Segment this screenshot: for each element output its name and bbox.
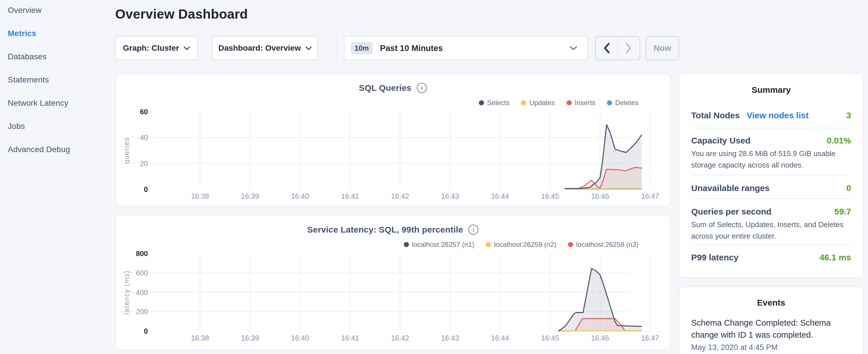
summary-row-value: 46.1 ms — [819, 253, 851, 262]
legend-dot-icon — [521, 100, 526, 105]
summary-row: P99 latency46.1 ms — [691, 245, 851, 268]
legend-label: localhost:26258 (n3) — [576, 240, 639, 249]
sidebar-item-jobs[interactable]: Jobs — [8, 121, 115, 131]
chevron-down-icon — [306, 46, 312, 50]
svg-text:16:42: 16:42 — [391, 192, 409, 200]
info-icon[interactable]: i — [468, 225, 478, 235]
legend-dot-icon — [568, 242, 573, 247]
events-panel: Events Schema Change Completed: Schema c… — [679, 286, 863, 354]
sidebar-item-statements[interactable]: Statements — [8, 75, 115, 85]
summary-row-value: 3 — [846, 110, 851, 120]
chart-card-service-latency: Service Latency: SQL, 99th percentile i … — [115, 215, 671, 350]
time-range-dropdown[interactable]: 10m Past 10 Minutes — [344, 36, 588, 60]
svg-text:16:39: 16:39 — [241, 334, 259, 342]
legend-item-deletes[interactable]: Deletes — [607, 99, 639, 107]
legend-item-selects[interactable]: Selects — [479, 99, 510, 107]
main-content: Overview Dashboard Graph: Cluster Dashbo… — [115, 0, 671, 354]
summary-row: Total NodesView nodes list3 — [691, 110, 851, 128]
legend-item-updates[interactable]: Updates — [521, 99, 555, 107]
svg-text:16:40: 16:40 — [291, 334, 309, 342]
chart-title: Service Latency: SQL, 99th percentile — [307, 225, 463, 234]
sidebar-item-databases[interactable]: Databases — [8, 52, 115, 62]
summary-row-label: P99 latency — [691, 253, 739, 262]
svg-text:800: 800 — [136, 251, 148, 257]
controls-divider — [336, 37, 336, 60]
legend-label: Inserts — [575, 99, 595, 107]
svg-text:0: 0 — [144, 185, 148, 193]
svg-text:16:40: 16:40 — [291, 192, 309, 200]
chart-legend: localhost:26257 (n1)localhost:26259 (n2)… — [404, 240, 639, 249]
page-title: Overview Dashboard — [115, 6, 248, 22]
chart-header: SQL Queries i — [116, 83, 670, 93]
chart-plot-svg[interactable]: 16:3816:3916:4016:4116:4216:4316:4416:45… — [116, 251, 670, 350]
summary-row-label: Capacity Used — [691, 136, 750, 146]
svg-text:16:43: 16:43 — [441, 192, 459, 200]
summary-row-description: Sum of Selects, Updates, Inserts, and De… — [691, 219, 851, 242]
svg-text:16:41: 16:41 — [341, 192, 359, 200]
graph-dropdown-label: Graph: Cluster — [123, 43, 179, 53]
events-list: Schema Change Completed: Schema change w… — [680, 317, 863, 352]
svg-text:16:46: 16:46 — [591, 192, 609, 200]
svg-text:queries: queries — [123, 137, 130, 164]
legend-label: Updates — [529, 99, 555, 107]
time-range-badge: 10m — [351, 42, 373, 55]
chart-legend: SelectsUpdatesInsertsDeletes — [479, 99, 639, 107]
chevron-down-icon — [570, 46, 577, 51]
legend-dot-icon — [607, 100, 612, 105]
sidebar-item-network-latency[interactable]: Network Latency — [8, 98, 115, 108]
legend-item-localhost-26257-n1-[interactable]: localhost:26257 (n1) — [404, 240, 474, 249]
summary-row-label: Unavailable ranges — [691, 183, 769, 193]
svg-text:16:43: 16:43 — [441, 334, 459, 342]
svg-text:16:44: 16:44 — [491, 192, 509, 200]
dashboard-dropdown-label: Dashboard: Overview — [218, 43, 301, 53]
svg-text:600: 600 — [136, 269, 148, 277]
chart-plot-svg[interactable]: 16:3816:3916:4016:4116:4216:4316:4416:45… — [116, 109, 670, 208]
legend-item-inserts[interactable]: Inserts — [566, 99, 595, 107]
time-back-button[interactable] — [596, 37, 618, 60]
svg-text:16:45: 16:45 — [541, 192, 559, 200]
chart-title: SQL Queries — [359, 83, 411, 93]
sidebar-item-advanced-debug[interactable]: Advanced Debug — [8, 144, 115, 155]
svg-text:16:39: 16:39 — [241, 192, 259, 200]
summary-row: Capacity Used0.01%You are using 28.6 MiB… — [691, 128, 851, 175]
event-item[interactable]: Schema Change Completed: Schema change w… — [680, 317, 863, 352]
chevron-right-icon — [626, 43, 632, 53]
svg-text:400: 400 — [136, 288, 148, 296]
summary-title: Summary — [680, 85, 863, 95]
svg-text:16:42: 16:42 — [391, 334, 409, 342]
view-nodes-link[interactable]: View nodes list — [746, 110, 808, 120]
now-button[interactable]: Now — [646, 36, 679, 60]
dashboard-dropdown[interactable]: Dashboard: Overview — [212, 36, 318, 60]
chart-plot: 16:3816:3916:4016:4116:4216:4316:4416:45… — [116, 251, 670, 350]
svg-text:200: 200 — [136, 308, 148, 316]
legend-item-localhost-26259-n2-[interactable]: localhost:26259 (n2) — [486, 240, 556, 249]
legend-label: Deletes — [615, 99, 639, 107]
legend-label: localhost:26257 (n1) — [412, 240, 474, 249]
summary-row-value: 59.7 — [834, 207, 851, 217]
svg-text:16:38: 16:38 — [191, 192, 209, 200]
event-timestamp: May 13, 2020 at 4:45 PM — [691, 343, 851, 352]
summary-row-description: You are using 28.6 MiB of 515.9 GiB usab… — [691, 148, 851, 171]
legend-dot-icon — [486, 242, 491, 247]
svg-text:16:47: 16:47 — [641, 192, 659, 200]
legend-dot-icon — [479, 100, 484, 105]
summary-row: Unavailable ranges0 — [691, 175, 851, 198]
time-forward-button[interactable] — [618, 37, 640, 60]
svg-text:20: 20 — [140, 160, 148, 167]
graph-dropdown[interactable]: Graph: Cluster — [115, 36, 198, 60]
legend-item-localhost-26258-n3-[interactable]: localhost:26258 (n3) — [568, 240, 639, 249]
summary-row-label: Queries per second — [691, 207, 771, 217]
svg-text:0: 0 — [144, 327, 148, 335]
summary-row-value: 0.01% — [827, 136, 851, 146]
svg-text:latency (ms): latency (ms) — [123, 270, 130, 315]
chart-plot: 16:3816:3916:4016:4116:4216:4316:4416:45… — [116, 109, 670, 208]
info-icon[interactable]: i — [417, 83, 427, 93]
sidebar-item-metrics[interactable]: Metrics — [8, 28, 115, 39]
time-pager — [595, 36, 640, 60]
svg-text:60: 60 — [140, 109, 148, 116]
legend-dot-icon — [404, 242, 409, 247]
svg-text:16:45: 16:45 — [541, 334, 559, 342]
sidebar-item-overview[interactable]: Overview — [8, 5, 115, 15]
svg-text:40: 40 — [140, 133, 148, 141]
svg-text:16:38: 16:38 — [191, 334, 209, 342]
